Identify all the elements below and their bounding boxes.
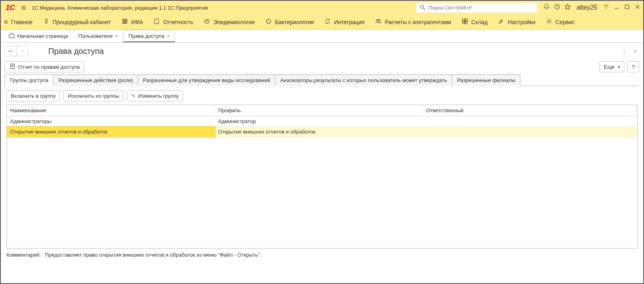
menu-label: Настройки xyxy=(508,19,535,25)
menu-label: Интеграция xyxy=(334,19,365,25)
minimize-icon[interactable] xyxy=(613,4,620,12)
bell-icon[interactable] xyxy=(543,4,550,12)
back-button[interactable]: ← xyxy=(5,46,17,56)
close-icon[interactable] xyxy=(634,4,641,12)
table-cell: Открытие внешних отчетов и обработок xyxy=(215,127,423,137)
page-title: Права доступа xyxy=(48,47,104,56)
menu-icon-main: ≡ xyxy=(4,19,8,26)
comment-row: Комментарий: Предоставляет право открыти… xyxy=(1,249,643,262)
table-cell: Администраторы xyxy=(7,116,215,127)
table-container[interactable]: Наименование Профиль Ответственный Админ… xyxy=(6,105,638,249)
home-icon xyxy=(8,32,15,40)
search-icon xyxy=(419,4,426,12)
include-button[interactable]: Включить в группу xyxy=(6,90,60,101)
menu-label: Главное xyxy=(11,19,33,25)
col-responsible[interactable]: Ответственный xyxy=(423,105,637,116)
svg-line-1 xyxy=(423,8,425,10)
menu-warehouse[interactable]: Склад xyxy=(462,18,488,26)
search-input[interactable] xyxy=(428,5,534,11)
menu-label: Отчетность xyxy=(163,19,193,25)
svg-point-33 xyxy=(548,21,550,22)
hamburger-icon[interactable]: ≡ xyxy=(20,3,28,12)
svg-point-28 xyxy=(379,19,380,21)
logo-1c: 1C xyxy=(3,4,17,12)
menu-procedural[interactable]: Процедурный кабинет xyxy=(43,18,111,26)
maximize-icon[interactable] xyxy=(624,4,630,12)
more-button[interactable]: Еще ▾ xyxy=(599,61,624,72)
button-label: Изменить группу xyxy=(138,93,179,99)
pencil-icon: ✎ xyxy=(131,93,136,99)
col-profile[interactable]: Профиль xyxy=(215,105,423,116)
menu-label: Процедурный кабинет xyxy=(53,19,111,25)
intab-branches[interactable]: Разрешенные филиалы xyxy=(452,74,520,86)
help-button[interactable]: ? xyxy=(627,61,639,72)
inner-tabstrip: Группы доступа Разрешенные действия (рол… xyxy=(5,74,639,86)
test-tube-icon xyxy=(43,18,50,26)
book-icon xyxy=(153,18,160,26)
nav-buttons: ← → xyxy=(5,46,28,56)
menu-main[interactable]: ≡ Главное xyxy=(4,19,33,26)
menu-epid[interactable]: Эпидемиология xyxy=(204,18,255,26)
exclude-button[interactable]: Исключить из группы xyxy=(63,90,124,101)
intab-analyzers[interactable]: Анализаторы,результаты с которых пользов… xyxy=(275,74,452,86)
menu-label: Расчеты с контрагентами xyxy=(385,19,451,25)
svg-rect-29 xyxy=(462,19,464,21)
action-toolbar: Включить в группу Исключить из группы ✎ … xyxy=(1,86,643,105)
svg-rect-13 xyxy=(122,19,127,23)
svg-point-27 xyxy=(376,19,378,21)
forward-button[interactable]: → xyxy=(17,46,28,56)
search-box[interactable] xyxy=(416,3,537,12)
menu-label: ИФА xyxy=(131,19,143,25)
nav-tabs: Начальная страница Пользователи × Права … xyxy=(1,30,643,43)
navtab-home[interactable]: Начальная страница xyxy=(3,30,73,42)
table-row[interactable]: Открытие внешних отчетов и обработокОткр… xyxy=(7,127,637,137)
grid-icon xyxy=(122,18,128,26)
svg-marker-4 xyxy=(565,4,570,9)
star-icon[interactable] xyxy=(564,4,571,12)
table-cell xyxy=(423,116,637,127)
button-label: Еще xyxy=(604,64,614,70)
gear-icon xyxy=(546,18,552,26)
people-icon xyxy=(375,18,382,26)
navtab-label: Пользователи xyxy=(78,33,113,39)
table-row[interactable]: АдминистраторыАдминистратор xyxy=(7,116,637,127)
svg-point-22 xyxy=(266,19,271,23)
intab-access-groups[interactable]: Группы доступа xyxy=(5,74,54,86)
navtab-label: Права доступа xyxy=(128,33,165,39)
app-title: 1С:Медицина. Клиническая лаборатория, ре… xyxy=(32,5,208,11)
access-groups-table: Наименование Профиль Ответственный Админ… xyxy=(7,105,637,137)
report-icon xyxy=(9,63,16,71)
virus-icon xyxy=(204,18,210,26)
svg-point-20 xyxy=(206,21,206,21)
close-icon[interactable]: × xyxy=(115,33,118,39)
navtab-users[interactable]: Пользователи × xyxy=(73,30,123,42)
filter-icon[interactable] xyxy=(603,4,609,12)
username-label[interactable]: altey25 xyxy=(576,4,597,11)
close-icon[interactable]: × xyxy=(167,33,170,39)
svg-rect-32 xyxy=(465,21,467,23)
menu-label: Склад xyxy=(471,19,488,25)
report-button[interactable]: Отчет по правам доступа xyxy=(5,61,84,72)
menu-label: Эпидемиология xyxy=(213,19,255,25)
edit-group-button[interactable]: ✎ Изменить группу xyxy=(127,90,183,101)
menu-reports[interactable]: Отчетность xyxy=(153,18,193,26)
menu-label: Сервис xyxy=(555,19,575,25)
menu-payments[interactable]: Расчеты с контрагентами xyxy=(375,18,451,26)
menu-bact[interactable]: Бактериология xyxy=(265,18,314,26)
menu-integration[interactable]: Интеграция xyxy=(324,18,365,26)
svg-point-19 xyxy=(205,19,209,23)
table-cell: Администратор xyxy=(215,116,423,127)
history-icon[interactable] xyxy=(554,4,560,12)
menu-settings[interactable]: Настройки xyxy=(498,18,535,26)
bacteriology-icon xyxy=(265,18,272,26)
comment-label: Комментарий: xyxy=(6,252,41,258)
close-page-icon[interactable]: × xyxy=(631,47,639,55)
menu-service[interactable]: Сервис xyxy=(546,18,575,26)
intab-study-types[interactable]: Разрешенные для утверждения виды исследо… xyxy=(138,74,275,86)
toolbar: Отчет по правам доступа Еще ▾ ? xyxy=(1,60,643,74)
navtab-access-rights[interactable]: Права доступа × xyxy=(123,30,175,42)
intab-roles[interactable]: Разрешенные действия (роли) xyxy=(53,74,138,86)
col-name[interactable]: Наименование xyxy=(7,105,215,116)
menu-ifa[interactable]: ИФА xyxy=(122,18,143,26)
kebab-icon[interactable]: ⋮ xyxy=(620,47,628,55)
